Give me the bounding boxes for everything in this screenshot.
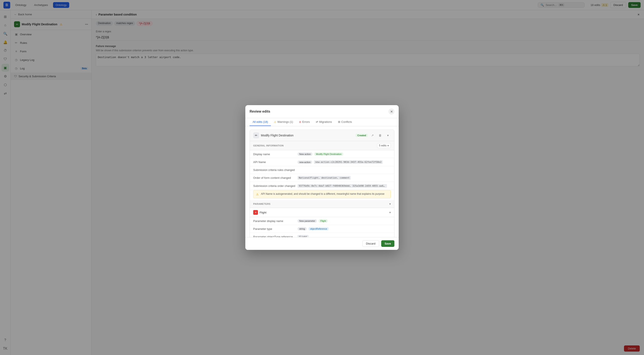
modal-overlay: Review edits ✕ All edits (18) ⚠ Warnings… bbox=[0, 0, 644, 10]
